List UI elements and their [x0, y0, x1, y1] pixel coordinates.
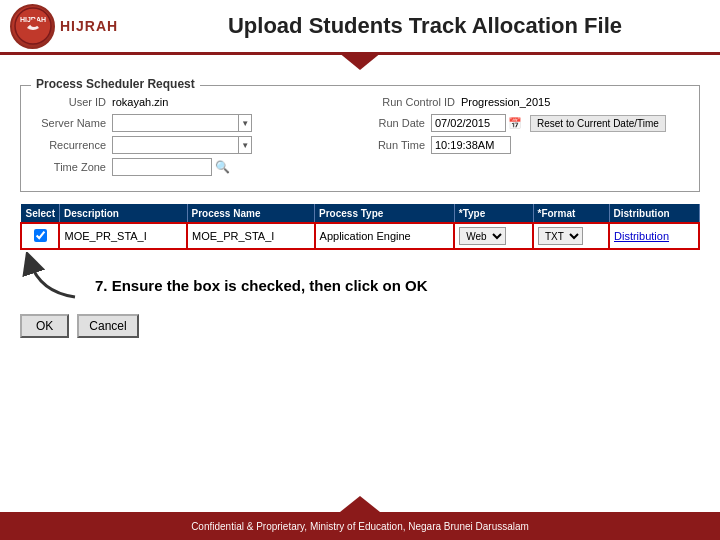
process-table: Select Description Process Name Process … [20, 204, 700, 250]
row-checkbox[interactable] [34, 229, 47, 242]
logo-area: HIJRAH HIJRAH [10, 4, 140, 49]
scheduler-section-title: Process Scheduler Request [31, 77, 200, 91]
format-cell[interactable]: TXT [533, 223, 609, 249]
process-name-cell: MOE_PR_STA_I [187, 223, 315, 249]
server-run-date-row: Server Name ▼ Run Date 📅 Reset to Curren… [36, 114, 684, 132]
server-name-input[interactable]: ▼ [112, 114, 252, 132]
header-arrow-icon [338, 52, 382, 70]
type-cell[interactable]: Web [454, 223, 533, 249]
process-type-cell: Application Engine [315, 223, 455, 249]
run-time-label: Run Time [360, 139, 425, 151]
table-row: MOE_PR_STA_I MOE_PR_STA_I Application En… [21, 223, 699, 249]
footer-text: Confidential & Proprietary, Ministry of … [191, 521, 529, 532]
time-zone-field[interactable] [113, 161, 183, 173]
server-name-field[interactable] [113, 117, 238, 129]
reset-button[interactable]: Reset to Current Date/Time [530, 115, 666, 132]
user-id-row: User ID rokayah.zin Run Control ID Progr… [36, 96, 684, 108]
run-date-row: 📅 [431, 114, 522, 132]
cancel-button[interactable]: Cancel [77, 314, 138, 338]
format-select[interactable]: TXT [538, 227, 583, 245]
run-date-input[interactable] [431, 114, 506, 132]
run-date-label: Run Date [360, 117, 425, 129]
user-id-value: rokayah.zin [112, 96, 168, 108]
type-select[interactable]: Web [459, 227, 506, 245]
server-name-label: Server Name [36, 117, 106, 129]
recurrence-label: Recurrence [36, 139, 106, 151]
logo-icon: HIJRAH [10, 4, 55, 49]
col-description: Description [59, 205, 187, 224]
run-time-input[interactable] [431, 136, 511, 154]
logo-text: HIJRAH [60, 18, 118, 34]
arrow-annotation-icon [20, 252, 85, 302]
col-process-name: Process Name [187, 205, 315, 224]
process-list-section: Select Description Process Name Process … [20, 204, 700, 250]
table-header-row: Select Description Process Name Process … [21, 205, 699, 224]
distribution-link[interactable]: Distribution [614, 230, 669, 242]
time-zone-row: Time Zone 🔍 [36, 158, 684, 176]
header: HIJRAH HIJRAH Upload Students Track Allo… [0, 0, 720, 55]
ok-button[interactable]: OK [20, 314, 69, 338]
recurrence-field[interactable] [113, 139, 238, 151]
search-icon[interactable]: 🔍 [215, 160, 230, 174]
recurrence-dropdown-icon[interactable]: ▼ [238, 137, 251, 153]
server-name-dropdown-icon[interactable]: ▼ [238, 115, 251, 131]
time-zone-input[interactable] [112, 158, 212, 176]
recurrence-run-time-row: Recurrence ▼ Run Time [36, 136, 684, 154]
instruction-text: 7. Ensure the box is checked, then click… [95, 257, 428, 294]
time-zone-label: Time Zone [36, 161, 106, 173]
page-title: Upload Students Track Allocation File [140, 13, 710, 39]
description-cell: MOE_PR_STA_I [59, 223, 187, 249]
footer-arrow-icon [340, 496, 380, 512]
recurrence-input[interactable]: ▼ [112, 136, 252, 154]
action-buttons: OK Cancel [20, 314, 700, 338]
main-content: Process Scheduler Request User ID rokaya… [0, 55, 720, 356]
user-id-label: User ID [36, 96, 106, 108]
distribution-cell[interactable]: Distribution [609, 223, 699, 249]
run-control-id-label: Run Control ID [360, 96, 455, 108]
col-process-type: Process Type [315, 205, 455, 224]
svg-point-2 [30, 19, 38, 27]
select-checkbox-cell[interactable] [21, 223, 59, 249]
footer: Confidential & Proprietary, Ministry of … [0, 512, 720, 540]
col-format: *Format [533, 205, 609, 224]
col-type: *Type [454, 205, 533, 224]
calendar-icon[interactable]: 📅 [508, 117, 522, 130]
col-select: Select [21, 205, 59, 224]
annotation-area: 7. Ensure the box is checked, then click… [20, 252, 700, 302]
run-control-id-value: Progression_2015 [461, 96, 550, 108]
col-distribution: Distribution [609, 205, 699, 224]
scheduler-request-box: Process Scheduler Request User ID rokaya… [20, 85, 700, 192]
